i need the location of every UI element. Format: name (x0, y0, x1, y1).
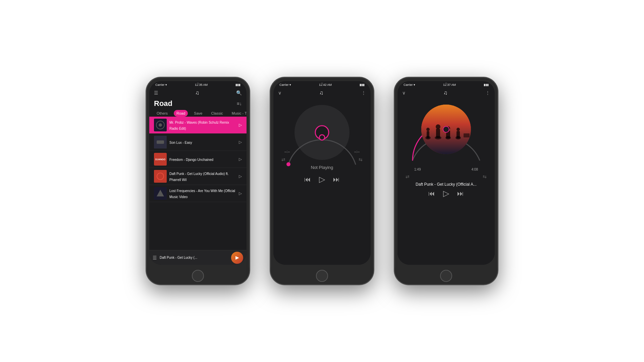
song-title-4: Daft Punk - Get Lucky (Official Audio) f… (169, 172, 229, 182)
time-right-3: 4:08 (472, 168, 478, 171)
prev-icon-2[interactable]: ⏮ (304, 176, 311, 183)
album-arc-wrapper (409, 100, 483, 167)
nav-1: ☰ ♫ 🔍 (149, 87, 247, 98)
nav-2: ∨ ♫ ⋮ (273, 87, 371, 98)
back-chevron-icon-3[interactable]: ∨ (402, 90, 406, 96)
song-title-2: Son Lux - Easy (169, 141, 192, 144)
now-playing-screen: 1:49 4:08 ⇄ ⇆ Daft Punk - Get Lucky (Off… (397, 98, 495, 265)
svg-point-2 (159, 123, 162, 127)
playback-controls-3: ⏮ ▷ ⏭ (428, 189, 464, 198)
play-icon-3[interactable]: ▷ (443, 189, 449, 198)
song-play-1[interactable]: ▷ (239, 123, 242, 127)
progress-arc-2: --:-- --:-- (282, 127, 362, 154)
mini-menu-icon[interactable]: ☰ (153, 255, 157, 260)
phone-3-screen: Carrier ▾ 12:37 AM ▮▮▮ ∨ ♫ ⋮ (397, 81, 495, 265)
time-right-2: --:-- (354, 150, 360, 154)
home-button-3[interactable] (440, 270, 452, 282)
next-icon-2[interactable]: ⏭ (333, 176, 340, 183)
time-left-3: 1:49 (414, 168, 421, 171)
svg-rect-4 (157, 140, 164, 144)
nav-3: ∨ ♫ ⋮ (397, 87, 495, 98)
home-button-2[interactable] (316, 270, 328, 282)
song-info-4: Daft Punk - Get Lucky (Official Audio) f… (169, 170, 237, 182)
song-item-2[interactable]: Son Lux - Easy ▷ (149, 134, 247, 151)
speaker-dot (197, 82, 199, 84)
svg-point-27 (457, 128, 460, 131)
song-title-3: Freedom - Django Unchained (169, 158, 213, 162)
shuffle-icon-3[interactable]: ⇄ (406, 174, 410, 179)
song-thumb-3: DJANGO (154, 153, 167, 166)
music-note-icon: ♫ (195, 90, 199, 96)
tab-trap[interactable]: Music - Trap (229, 110, 247, 117)
album-center-dot (443, 126, 449, 133)
battery-1: ▮▮▮ (235, 83, 240, 86)
sort-icon[interactable]: ≡↓ (237, 101, 242, 106)
not-playing-screen: --:-- --:-- ⇄ ⇆ Not Playing ⏮ ▷ ⏭ (273, 98, 371, 265)
play-icon-2[interactable]: ▷ (319, 175, 325, 184)
carrier-2: Carrier ▾ (279, 83, 291, 86)
svg-point-14 (319, 135, 325, 140)
track-title-3: Daft Punk - Get Lucky (Official A... (416, 182, 477, 187)
song-info-5: Lost Frequencies - Are You With Me (Offi… (169, 187, 237, 199)
tab-save[interactable]: Save (191, 110, 205, 117)
more-icon-3[interactable]: ⋮ (485, 90, 490, 96)
more-icon-2[interactable]: ⋮ (361, 90, 366, 96)
prev-icon-3[interactable]: ⏮ (428, 190, 435, 197)
shuffle-repeat-row-3: ⇄ ⇆ (397, 173, 495, 181)
home-button[interactable] (192, 270, 204, 282)
phone-2-screen: Carrier ▾ 12:42 AM ▮▮▮ ∨ ♫ ⋮ (273, 81, 371, 265)
tab-others[interactable]: Others (154, 110, 170, 117)
song-thumb-4 (154, 170, 167, 183)
menu-icon[interactable]: ☰ (154, 90, 158, 96)
carrier-1: Carrier ▾ (155, 83, 167, 86)
next-icon-3[interactable]: ⏭ (457, 190, 464, 197)
mini-track-title: Daft Punk - Get Lucky (... (160, 256, 231, 259)
speaker-dot-3 (445, 82, 447, 84)
song-play-3[interactable]: ▷ (239, 157, 242, 162)
tabs-row: Others Road Save Classic Music - Trap (149, 110, 247, 117)
battery-2: ▮▮▮ (360, 83, 365, 86)
song-item-5[interactable]: Lost Frequencies - Are You With Me (Offi… (149, 185, 247, 202)
phone-3: Carrier ▾ 12:37 AM ▮▮▮ ∨ ♫ ⋮ (394, 77, 498, 285)
time-row-3: 1:49 4:08 (414, 168, 478, 171)
search-icon[interactable]: 🔍 (236, 90, 242, 96)
song-play-5[interactable]: ▷ (239, 191, 242, 196)
phone-1: Carrier ▾ 12:35 AM ▮▮▮ ☰ ♫ 🔍 Road ≡↓ Oth… (146, 77, 250, 285)
time-left-2: --:-- (284, 150, 290, 154)
phone-1-screen: Carrier ▾ 12:35 AM ▮▮▮ ☰ ♫ 🔍 Road ≡↓ Oth… (149, 81, 247, 265)
music-note-icon-2: ♫ (319, 90, 323, 96)
song-play-2[interactable]: ▷ (239, 140, 242, 144)
song-title-5: Lost Frequencies - Are You With Me (Offi… (169, 189, 235, 199)
playlist-title: Road (154, 99, 172, 108)
song-item-1[interactable]: Mr. Probz - Waves (Robin Schulz Remix Ra… (149, 117, 247, 134)
playback-controls-2: ⏮ ▷ ⏭ (304, 175, 340, 184)
carrier-3: Carrier ▾ (404, 83, 415, 86)
mini-player[interactable]: ☰ Daft Punk - Get Lucky (... ▶ (149, 250, 247, 265)
album-art-circle (421, 105, 471, 154)
song-item-4[interactable]: Daft Punk - Get Lucky (Official Audio) f… (149, 168, 247, 185)
tab-road[interactable]: Road (174, 110, 188, 117)
home-button-area-2 (271, 267, 373, 284)
svg-text:▶: ▶ (235, 255, 239, 260)
svg-rect-28 (464, 133, 470, 137)
svg-point-13 (286, 162, 290, 166)
song-play-4[interactable]: ▷ (239, 174, 242, 179)
battery-3: ▮▮▮ (484, 83, 489, 86)
svg-point-21 (436, 124, 440, 129)
song-info-1: Mr. Probz - Waves (Robin Schulz Remix Ra… (169, 119, 237, 131)
home-button-area-3 (395, 267, 497, 284)
playlist-content: Mr. Probz - Waves (Robin Schulz Remix Ra… (149, 117, 247, 250)
song-item-3[interactable]: DJANGO Freedom - Django Unchained ▷ (149, 151, 247, 168)
song-thumb-5 (154, 187, 167, 200)
tab-classic[interactable]: Classic (208, 110, 225, 117)
song-thumb-1 (154, 119, 167, 131)
svg-point-18 (426, 128, 430, 131)
svg-rect-17 (427, 131, 429, 138)
back-chevron-icon-2[interactable]: ∨ (278, 90, 281, 96)
mini-album-art[interactable]: ▶ (231, 252, 243, 264)
music-note-icon-3: ♫ (443, 90, 447, 96)
repeat-icon-3[interactable]: ⇆ (483, 174, 487, 179)
svg-rect-20 (436, 129, 440, 138)
svg-rect-26 (457, 131, 460, 138)
home-button-area (147, 267, 249, 284)
